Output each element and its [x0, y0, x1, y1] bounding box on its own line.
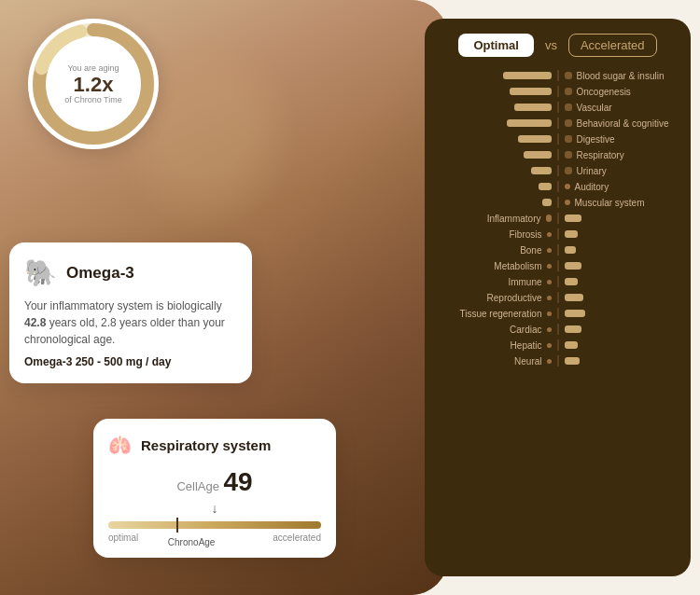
bar-row: Metabolism [440, 260, 676, 271]
vs-label: vs [545, 38, 557, 52]
lungs-icon: 🫁 [108, 434, 132, 456]
bar-row: Reproductive [440, 292, 676, 303]
chrono-age-label: ChronoAge [168, 533, 216, 549]
progress-bar-bg [108, 521, 321, 529]
bar-row: Bone [440, 244, 676, 256]
resp-age-prefix: CellAge [176, 479, 219, 493]
donut-value: 1.2x [64, 75, 122, 95]
bar-row: Auditory [440, 181, 676, 192]
bar-row: Behavioral & cognitive [440, 118, 676, 129]
bar-row: Neural [440, 355, 676, 367]
bar-row: Respiratory [440, 149, 676, 160]
resp-arrow: ↓ [108, 501, 321, 516]
resp-age-section: CellAge 49 [108, 467, 321, 497]
progress-marker [176, 518, 178, 533]
donut-inner: You are aging 1.2x of Chrono Time [64, 63, 122, 104]
bar-row: Hepatic [440, 339, 676, 351]
donut-label-bottom: of Chrono Time [64, 95, 122, 104]
resp-progress-bar: optimal accelerated ChronoAge [108, 521, 321, 543]
omega-header: 🐘 Omega-3 [24, 257, 237, 288]
label-accelerated: accelerated [273, 533, 321, 543]
chrono-label-text: ChronoAge [168, 537, 216, 547]
bar-chart-rows: Blood sugar & insulin Oncogenesis [440, 70, 676, 367]
bar-row: Inflammatory [440, 213, 676, 224]
bar-row: Cardiac [440, 324, 676, 335]
main-container: You are aging 1.2x of Chrono Time 🐘 Omeg… [0, 0, 700, 595]
bar-row: Immune [440, 276, 676, 287]
bar-row: Muscular system [440, 197, 676, 208]
bar-row: Vascular [440, 102, 676, 113]
omega-card: 🐘 Omega-3 Your inflammatory system is bi… [9, 242, 252, 383]
bar-row: Blood sugar & insulin [440, 70, 676, 81]
resp-header: 🫁 Respiratory system [108, 434, 321, 456]
panel-header: Optimal vs Accelerated [440, 34, 676, 57]
bar-row: Urinary [440, 165, 676, 176]
omega-dosage: Omega-3 250 - 500 mg / day [24, 355, 237, 368]
omega-title: Omega-3 [66, 264, 134, 283]
resp-title: Respiratory system [141, 437, 271, 453]
right-panel: Optimal vs Accelerated Blood sugar & ins… [425, 19, 691, 576]
resp-age-value: 49 [223, 467, 252, 496]
donut-chart-card: You are aging 1.2x of Chrono Time [28, 19, 159, 149]
respiratory-card: 🫁 Respiratory system CellAge 49 ↓ optima… [93, 419, 336, 558]
bar-row: Tissue regeneration [440, 308, 676, 319]
bar-row: Fibrosis [440, 228, 676, 240]
bar-row: Oncogenesis [440, 86, 676, 97]
label-optimal: optimal [108, 533, 138, 543]
elephant-icon: 🐘 [24, 257, 57, 288]
bar-row: Digestive [440, 133, 676, 145]
accelerated-button[interactable]: Accelerated [568, 34, 657, 57]
omega-description: Your inflammatory system is biologically… [24, 298, 237, 348]
optimal-button[interactable]: Optimal [458, 34, 533, 57]
